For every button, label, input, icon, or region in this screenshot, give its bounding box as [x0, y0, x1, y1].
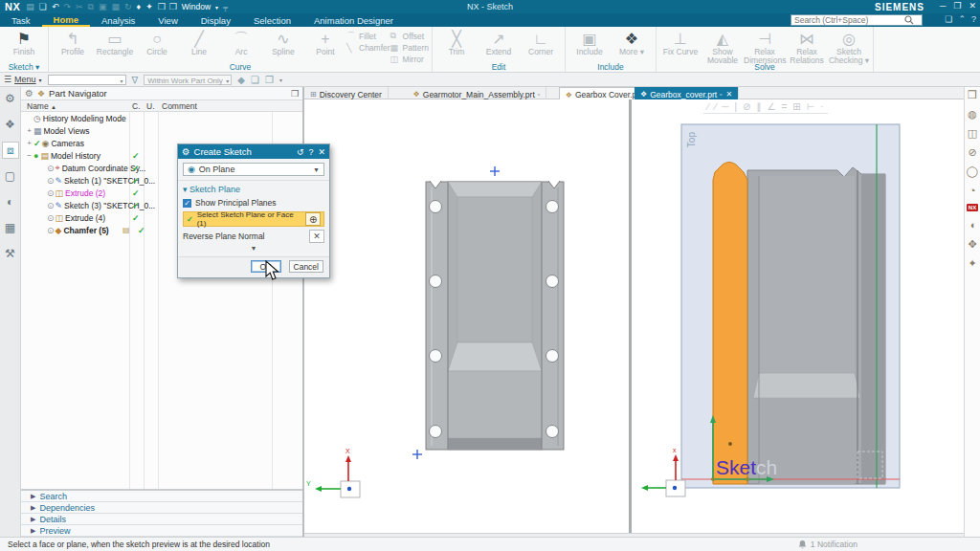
command-finder-icon[interactable]: ✦ [145, 1, 153, 12]
show-movable-button[interactable]: ◭Show Movable [702, 29, 744, 65]
ribbon-group-label[interactable]: Sketch ▾ [0, 62, 48, 72]
fullscreen-icon[interactable]: ❏ [945, 14, 952, 24]
more-button[interactable]: ❖More ▾ [611, 29, 653, 56]
redo-icon[interactable]: ↷ [63, 1, 71, 12]
microphone-icon[interactable]: ♦ [137, 1, 142, 12]
expander-icon[interactable]: − [25, 151, 33, 160]
web-browser-icon[interactable]: ▦ [2, 219, 19, 236]
selection-type-combo[interactable]: ▾ [48, 75, 126, 85]
constraint-icon[interactable]: ─ [722, 101, 728, 112]
ribbon-group-label[interactable]: Curve [49, 62, 432, 72]
repeat-icon[interactable]: ↻ [124, 1, 132, 12]
window-menu[interactable]: ❒ Window ▾ ╤ [169, 1, 228, 12]
corner-button[interactable]: ∟Corner [520, 29, 562, 56]
pattern-button[interactable]: ▦Pattern [390, 42, 429, 53]
chamfer-button[interactable]: ╲Chamfer [346, 42, 390, 53]
search-input[interactable] [791, 15, 904, 25]
constraint-icon[interactable]: ⊢ [807, 101, 815, 112]
point-button[interactable]: +Point [304, 29, 346, 56]
tree-row[interactable]: +▦Model Views [21, 124, 302, 137]
constraint-icon[interactable]: ∕ [707, 101, 709, 112]
eye-icon[interactable]: ⊙ [47, 188, 55, 198]
offset-button[interactable]: ⧉Offset [390, 31, 429, 41]
fix-curve-button[interactable]: ⊥Fix Curve [659, 29, 702, 56]
ribbon-group-label[interactable]: Edit [433, 62, 565, 72]
gearbox-cover-model[interactable]: X Y [304, 99, 632, 531]
line-button[interactable]: ╱Line [178, 29, 220, 56]
hide-icon[interactable]: ⊘ [968, 146, 976, 158]
menu-tab-analysis[interactable]: Analysis [90, 13, 146, 27]
sketch-checking-button[interactable]: ◎Sketch Checking ▾ [828, 29, 870, 65]
shaded-view-icon[interactable]: ◖ [969, 219, 976, 231]
tree-column-headers[interactable]: Name ▲ C. U. Comment [21, 100, 302, 112]
print-icon[interactable]: ▦ [111, 1, 120, 12]
history-clock-icon[interactable]: ◔ [969, 185, 976, 196]
eye-icon[interactable]: ⊙ [47, 164, 55, 173]
pin-icon[interactable]: ▫ [720, 91, 722, 98]
expander-icon[interactable]: + [25, 139, 33, 147]
sketch-plane-preview[interactable]: Top [632, 99, 960, 531]
nx-badge[interactable]: NX [967, 204, 978, 211]
restore-button[interactable]: ❐ [953, 1, 961, 11]
selection-filter-icon[interactable]: ❏ [251, 75, 259, 85]
constraint-icon[interactable]: = [781, 101, 787, 112]
section-search[interactable]: ▶Search [21, 491, 302, 502]
menu-tab-view[interactable]: View [146, 13, 189, 27]
relax-dimensions-button[interactable]: ⊣Relax Dimensions [744, 29, 786, 65]
dialog-collapse-arrow[interactable]: ▼ [183, 243, 324, 253]
open-icon[interactable]: ❏ [39, 1, 47, 12]
extend-button[interactable]: ↗Extend [478, 29, 520, 56]
menu-tab-task[interactable]: Task [0, 13, 42, 27]
constraint-icon[interactable]: | [734, 101, 737, 112]
section-details[interactable]: ▶Details [21, 514, 302, 525]
part-side-view[interactable] [747, 167, 885, 484]
panel-gear-icon[interactable]: ⚙ [25, 88, 33, 99]
menu-dropdown[interactable]: ☰ Menu ▾ [4, 75, 42, 84]
constraint-icon[interactable]: ∠ [767, 101, 775, 112]
close-button[interactable]: ✕ [969, 1, 976, 11]
viewport-gearbox-cover[interactable]: X Y [304, 99, 632, 533]
help-icon[interactable]: ? [971, 14, 976, 24]
trim-button[interactable]: ╳Trim [435, 29, 478, 56]
filter-icon[interactable]: ∇ [132, 75, 139, 85]
fillet-button[interactable]: ⌒Fillet [346, 31, 390, 41]
eye-icon[interactable]: ⊙ [47, 201, 55, 210]
eye-icon[interactable]: ⊙ [47, 176, 55, 186]
select-plane-row[interactable]: ✓ Select Sketch Plane or Face (1) ⊕ [183, 211, 324, 227]
menu-tab-display[interactable]: Display [189, 13, 242, 27]
cancel-button[interactable]: Cancel [289, 260, 323, 273]
reverse-normal-button[interactable]: ✕ [309, 230, 324, 243]
solid-body-icon[interactable]: ◯ [967, 165, 978, 177]
tab-close-icon[interactable]: ✕ [726, 90, 733, 99]
ribbon-group-label[interactable]: Solve [657, 62, 873, 72]
fit-view-icon[interactable]: ◫ [968, 127, 977, 139]
copy-icon[interactable]: ⧉ [88, 1, 94, 12]
dialog-close-icon[interactable]: ✕ [318, 147, 325, 157]
dialog-gear-icon[interactable]: ⚙ [182, 146, 190, 157]
eye-icon[interactable]: ⊙ [47, 226, 55, 235]
sketch-type-combo[interactable]: ◉ On Plane ▼ [183, 163, 324, 176]
circle-button[interactable]: ○Circle [136, 29, 178, 56]
constraint-icon[interactable]: ⊘ [743, 101, 750, 112]
snap-point-icon[interactable]: ◆ [237, 75, 245, 85]
appearance-icon[interactable]: ◐ [2, 193, 19, 210]
notification-area[interactable]: 1 Notification [798, 540, 858, 549]
dialog-titlebar[interactable]: ⚙ Create Sketch ↺ ? ✕ [178, 144, 329, 159]
caret-down-icon[interactable]: ▾ [279, 77, 282, 83]
relax-relations-button[interactable]: ⋈Relax Relations [786, 29, 828, 65]
undock-icon[interactable]: ❒ [291, 89, 299, 99]
constraint-icon[interactable]: ∥ [756, 101, 761, 112]
constraint-icon[interactable]: · [820, 101, 823, 112]
menu-tab-animation-designer[interactable]: Animation Designer [302, 13, 405, 27]
constraint-navigator-icon[interactable]: ▢ [2, 167, 19, 185]
finish-button[interactable]: ⚑Finish [3, 29, 45, 56]
eye-icon[interactable]: ⊙ [47, 213, 55, 223]
effects-icon[interactable]: ✦ [968, 257, 976, 269]
paste-icon[interactable]: ▣ [99, 1, 107, 12]
rectangle-button[interactable]: ▭Rectangle [94, 29, 136, 56]
undo-icon[interactable]: ↶ [52, 1, 59, 12]
sketch-plane-section[interactable]: ▾ Sketch Plane [183, 185, 324, 194]
selection-scope-combo[interactable]: Within Work Part Only▾ [144, 75, 232, 85]
window-icon[interactable]: ❒ [158, 1, 166, 12]
menu-tab-home[interactable]: Home [42, 13, 90, 27]
